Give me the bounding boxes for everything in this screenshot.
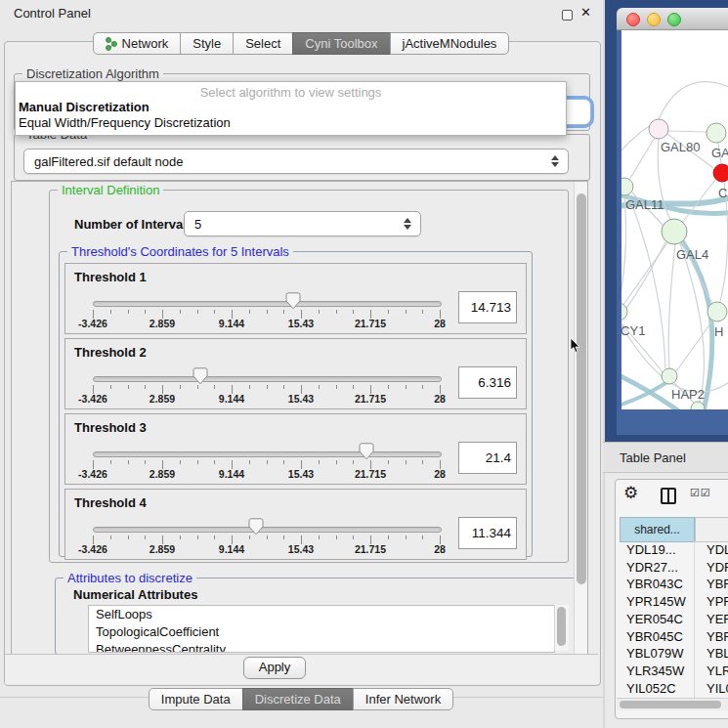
table-row[interactable]: YDR27...YDR2 — [620, 559, 728, 577]
cell-shared-name[interactable]: YIL052C — [620, 680, 701, 698]
network-node-gcy1[interactable] — [621, 303, 627, 321]
table-horizontal-scrollbar[interactable] — [617, 698, 728, 710]
slider-tick — [319, 385, 320, 389]
network-node-gal11[interactable] — [621, 178, 633, 195]
threshold-2-slider-thumb[interactable] — [193, 367, 208, 385]
threshold-2-value-field[interactable]: 6.316 — [458, 366, 517, 399]
cell-shared-name[interactable]: YBL079W — [620, 645, 701, 663]
slider-tick — [145, 310, 146, 314]
float-window-icon[interactable] — [562, 10, 573, 21]
attribute-item-1[interactable]: SelfLoops — [89, 606, 554, 623]
table-row[interactable]: YDL19...YDL1 — [620, 541, 728, 559]
network-node-label: GCY1 — [621, 323, 645, 338]
tab-jactivemnodules[interactable]: jActiveMNodules — [390, 32, 510, 55]
numerical-attributes-list[interactable]: SelfLoopsTopologicalCoefficientBetweenne… — [88, 605, 555, 653]
tab-label: Discretize Data — [255, 689, 341, 709]
tab-style[interactable]: Style — [180, 32, 234, 55]
threshold-4-slider-track[interactable] — [93, 527, 442, 533]
tab-network[interactable]: Network — [93, 32, 182, 55]
column-header-shared[interactable]: shared... — [620, 517, 695, 542]
slider-tick-label: -3.426 — [64, 393, 122, 405]
tab-cyni-toolbox[interactable]: Cyni Toolbox — [292, 32, 390, 55]
table-row[interactable]: YPR145WYPR1 — [620, 593, 728, 611]
cell-name[interactable]: YBR0 — [701, 628, 728, 646]
table-row[interactable]: YBR043CYBR0 — [620, 576, 728, 593]
network-edge — [659, 82, 728, 119]
algorithm-option-1[interactable]: Manual Discretization — [19, 100, 150, 114]
threshold-1-slider-track[interactable] — [93, 301, 442, 307]
cell-name[interactable]: YDR2 — [701, 559, 728, 577]
network-node-hap2[interactable] — [662, 368, 677, 384]
threshold-1-slider-thumb[interactable] — [285, 292, 301, 310]
network-node-c[interactable] — [713, 164, 728, 182]
network-node-ga[interactable] — [707, 123, 726, 143]
network-canvas[interactable]: GAL80GACGAL11GAL4GCY1HHAP2 — [621, 30, 728, 409]
cell-name[interactable]: YBL0 — [701, 645, 728, 663]
split-columns-icon[interactable] — [661, 488, 676, 504]
settings-scroll-area: Interval Definition Number of Intervals … — [11, 181, 588, 656]
cell-name[interactable]: YBR0 — [701, 576, 728, 593]
threshold-4-slider-thumb[interactable] — [248, 518, 264, 535]
numerical-attributes-label: Numerical Attributes — [73, 587, 197, 602]
slider-tick — [336, 310, 337, 314]
slider-tick — [422, 385, 423, 389]
settings-vertical-scrollbar[interactable] — [574, 182, 588, 655]
network-window-titlebar[interactable] — [617, 8, 728, 30]
network-node[interactable] — [691, 402, 705, 409]
table-row[interactable]: YIL052CYIL0 — [620, 680, 728, 698]
threshold-3-slider-track[interactable] — [93, 451, 442, 457]
tab-infer-network[interactable]: Infer Network — [353, 688, 453, 710]
zoom-traffic-light-icon[interactable] — [667, 13, 681, 26]
slider-tick — [214, 535, 215, 539]
network-node-h[interactable] — [707, 302, 727, 321]
network-node-label: GAL80 — [661, 140, 700, 154]
cell-name[interactable]: YPR1 — [701, 593, 728, 611]
cell-name[interactable]: YER0 — [701, 611, 728, 628]
network-node-gal4[interactable] — [662, 219, 687, 244]
close-window-icon[interactable]: ✕ — [580, 5, 591, 20]
table-row[interactable]: YLR345WYLR3 — [620, 663, 728, 680]
close-traffic-light-icon[interactable] — [626, 13, 640, 26]
cell-shared-name[interactable]: YDL19... — [620, 541, 701, 559]
apply-button[interactable]: Apply — [243, 657, 306, 679]
cell-shared-name[interactable]: YBR045C — [620, 628, 701, 646]
number-of-intervals-combobox[interactable]: 5 — [184, 211, 421, 236]
cell-name[interactable]: YLR3 — [701, 663, 728, 680]
threshold-3-slider-thumb[interactable] — [359, 443, 374, 460]
tab-discretize-data[interactable]: Discretize Data — [242, 688, 354, 710]
table-data-combobox[interactable]: galFiltered.sif default node — [23, 149, 569, 174]
network-node-label: C — [718, 186, 727, 200]
threshold-3-value-field[interactable]: 21.4 — [458, 442, 517, 474]
table-hscrollbar-thumb[interactable] — [620, 701, 721, 708]
attribute-item-3[interactable]: BetweennessCentrality — [89, 641, 554, 653]
cell-shared-name[interactable]: YLR345W — [620, 663, 701, 680]
attributes-scrollbar-thumb[interactable] — [557, 607, 566, 646]
settings-scrollbar-thumb[interactable] — [577, 193, 586, 584]
network-node-gal80[interactable] — [649, 119, 668, 139]
attributes-list-scrollbar[interactable] — [554, 605, 569, 651]
cell-shared-name[interactable]: YDR27... — [620, 559, 701, 577]
minimize-traffic-light-icon[interactable] — [647, 13, 661, 26]
table-row[interactable]: YBL079WYBL0 — [620, 645, 728, 663]
slider-tick-label: 2.859 — [133, 318, 192, 329]
threshold-4-box: Threshold 4-3.4262.8599.14415.4321.71528… — [64, 489, 527, 560]
threshold-1-value-field[interactable]: 14.713 — [458, 291, 517, 323]
cell-shared-name[interactable]: YBR043C — [620, 576, 701, 593]
checkbox-pair-icon[interactable]: ☑☑ — [690, 487, 711, 499]
table-row[interactable]: YBR045CYBR0 — [620, 628, 728, 646]
algorithm-option-2[interactable]: Equal Width/Frequency Discretization — [19, 115, 231, 130]
column-header-name[interactable]: na — [695, 517, 728, 542]
cell-shared-name[interactable]: YER054C — [620, 611, 701, 628]
tab-impute-data[interactable]: Impute Data — [149, 688, 243, 710]
attribute-item-2[interactable]: TopologicalCoefficient — [89, 623, 554, 641]
gear-icon[interactable]: ⚙ — [623, 483, 638, 502]
cell-name[interactable]: YDL1 — [701, 541, 728, 559]
threshold-4-value-field[interactable]: 11.344 — [458, 517, 517, 549]
table-row[interactable]: YER054CYER0 — [620, 611, 728, 628]
tab-select[interactable]: Select — [233, 32, 293, 55]
cell-shared-name[interactable]: YPR145W — [620, 593, 701, 611]
slider-tick — [180, 310, 181, 314]
cell-name[interactable]: YIL0 — [701, 680, 728, 698]
threshold-2-slider-track[interactable] — [93, 376, 442, 382]
slider-tick — [353, 460, 354, 464]
